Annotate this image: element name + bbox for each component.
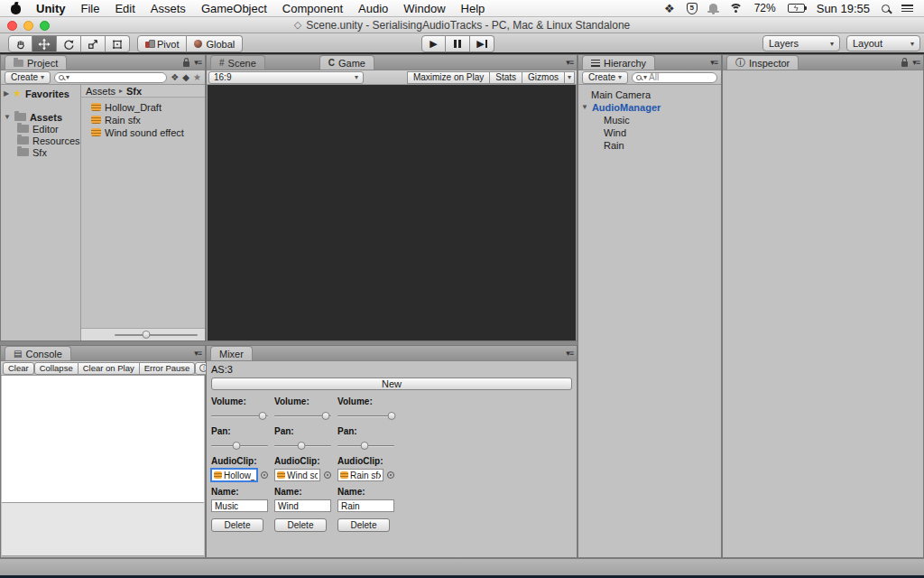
console-detail-pane[interactable] [2, 503, 204, 556]
create-button[interactable]: Create▾ [582, 71, 628, 84]
gizmos-dropdown-arrow[interactable]: ▾ [565, 71, 575, 84]
rect-tool-button[interactable] [106, 35, 130, 52]
rotate-tool-button[interactable] [57, 35, 81, 52]
tab-console[interactable]: ▤ Console [5, 346, 71, 360]
hierarchy-item-main-camera[interactable]: Main Camera [578, 89, 721, 100]
pause-button[interactable] [446, 35, 470, 52]
lock-icon[interactable] [901, 61, 908, 67]
asset-item-wind-sound[interactable]: Wind sound effect [91, 126, 205, 138]
maximize-on-play-button[interactable]: Maximize on Play [407, 71, 490, 84]
menu-item-help[interactable]: Help [461, 2, 485, 15]
slider-knob[interactable] [258, 412, 266, 420]
panel-menu-icon[interactable]: ▾≡ [194, 58, 201, 67]
slider-knob[interactable] [142, 331, 150, 339]
search-by-type-button[interactable]: ❖ [171, 73, 179, 82]
asset-item-hollow-draft[interactable]: Hollow_Draft [91, 101, 205, 113]
panel-menu-icon[interactable]: ▾≡ [912, 58, 919, 67]
tab-game[interactable]: C Game [319, 55, 374, 70]
tree-item-editor[interactable]: Editor [1, 123, 80, 135]
tree-item-favorites[interactable]: ▶ ★ Favorites [1, 88, 80, 99]
zoom-window-button[interactable] [40, 21, 50, 31]
menu-item-file[interactable]: File [81, 2, 100, 15]
create-button[interactable]: Create▾ [5, 71, 51, 84]
search-by-label-button[interactable]: ◆ [182, 73, 189, 82]
audioclip-object-field[interactable]: Wind sou [274, 469, 320, 481]
slider-knob[interactable] [361, 442, 369, 450]
move-tool-button[interactable] [32, 35, 57, 52]
dropbox-icon[interactable]: ❖ [664, 3, 675, 14]
notifications-bell-icon[interactable] [709, 4, 717, 11]
menu-bar-clock[interactable]: Sun 19:55 [817, 2, 870, 15]
object-picker-icon[interactable] [261, 471, 268, 479]
slider-knob[interactable] [297, 442, 305, 450]
menu-item-assets[interactable]: Assets [151, 2, 186, 15]
tree-item-resources[interactable]: Resources [1, 135, 80, 146]
layers-dropdown[interactable]: Layers▾ [762, 35, 840, 51]
track-name-input[interactable] [274, 499, 331, 512]
pan-slider[interactable] [337, 442, 394, 451]
tree-item-assets[interactable]: ▼ Assets [1, 111, 80, 123]
collapse-button[interactable]: Collapse [34, 362, 79, 375]
hierarchy-item-rain[interactable]: Rain [578, 139, 721, 151]
menu-item-window[interactable]: Window [403, 2, 445, 15]
volume-slider[interactable] [337, 412, 394, 421]
panel-menu-icon[interactable]: ▾≡ [710, 58, 717, 67]
tab-inspector[interactable]: ⓘ Inspector [726, 55, 799, 70]
step-button[interactable]: ▶ [470, 35, 494, 52]
lock-icon[interactable] [183, 61, 189, 67]
close-window-button[interactable] [7, 21, 17, 31]
menu-item-component[interactable]: Component [282, 2, 343, 15]
disclosure-open-icon[interactable]: ▼ [4, 114, 11, 121]
spotlight-search-icon[interactable] [882, 5, 890, 13]
pan-slider[interactable] [211, 442, 268, 451]
panel-menu-icon[interactable]: ▾≡ [566, 349, 573, 358]
console-log-list[interactable] [2, 376, 204, 503]
menu-item-unity[interactable]: Unity [36, 2, 66, 15]
disclosure-open-icon[interactable]: ▼ [581, 104, 588, 111]
project-search-input[interactable]: ▾ [54, 72, 167, 83]
tab-project[interactable]: Project [5, 55, 67, 70]
panel-menu-icon[interactable]: ▾≡ [194, 349, 201, 358]
panel-menu-icon[interactable]: ▾≡ [566, 58, 573, 67]
track-name-input[interactable] [337, 499, 394, 512]
menu-item-audio[interactable]: Audio [358, 2, 388, 15]
tab-scene[interactable]: # Scene [210, 55, 265, 70]
audioclip-object-field[interactable]: Hollow_D [211, 469, 257, 481]
stats-button[interactable]: Stats [490, 71, 522, 84]
delete-track-button[interactable]: Delete [337, 518, 390, 532]
slider-knob[interactable] [387, 412, 395, 420]
tree-item-sfx[interactable]: Sfx [1, 146, 80, 158]
game-viewport[interactable] [207, 85, 577, 340]
layout-dropdown[interactable]: Layout▾ [846, 35, 920, 51]
audioclip-object-field[interactable]: Rain sfx [337, 469, 383, 481]
wifi-icon[interactable] [729, 4, 743, 14]
play-button[interactable]: ▶ [421, 35, 446, 52]
breadcrumb-current[interactable]: Sfx [126, 86, 142, 97]
notification-center-icon[interactable] [901, 5, 913, 13]
breadcrumb-root[interactable]: Assets [86, 86, 116, 97]
tab-mixer[interactable]: Mixer [210, 346, 253, 360]
clear-button[interactable]: Clear [3, 362, 34, 375]
new-track-button[interactable]: New [211, 378, 572, 390]
volume-slider[interactable] [211, 412, 268, 421]
scale-tool-button[interactable] [81, 35, 106, 52]
pan-slider[interactable] [274, 442, 331, 451]
error-pause-button[interactable]: Error Pause [140, 362, 196, 375]
volume-slider[interactable] [274, 412, 331, 421]
disclosure-closed-icon[interactable]: ▶ [4, 90, 9, 98]
delete-track-button[interactable]: Delete [274, 518, 327, 532]
delete-track-button[interactable]: Delete [211, 518, 263, 532]
minimize-window-button[interactable] [23, 21, 33, 31]
pivot-toggle-button[interactable]: Pivot [137, 35, 187, 52]
shield-app-icon[interactable]: 5 [687, 3, 698, 14]
window-title-bar[interactable]: ◇ Scene.unity - SerialisingAudioTracks -… [0, 17, 924, 33]
favorites-filter-button[interactable]: ★ [193, 73, 201, 82]
object-picker-icon[interactable] [324, 471, 331, 479]
object-picker-icon[interactable] [387, 471, 394, 479]
hierarchy-item-wind[interactable]: Wind [578, 126, 721, 138]
hierarchy-item-music[interactable]: Music [578, 114, 721, 126]
asset-size-slider[interactable] [115, 334, 198, 336]
menu-item-edit[interactable]: Edit [115, 2, 134, 15]
gizmos-button[interactable]: Gizmos [522, 71, 565, 84]
global-toggle-button[interactable]: Global [187, 35, 243, 52]
